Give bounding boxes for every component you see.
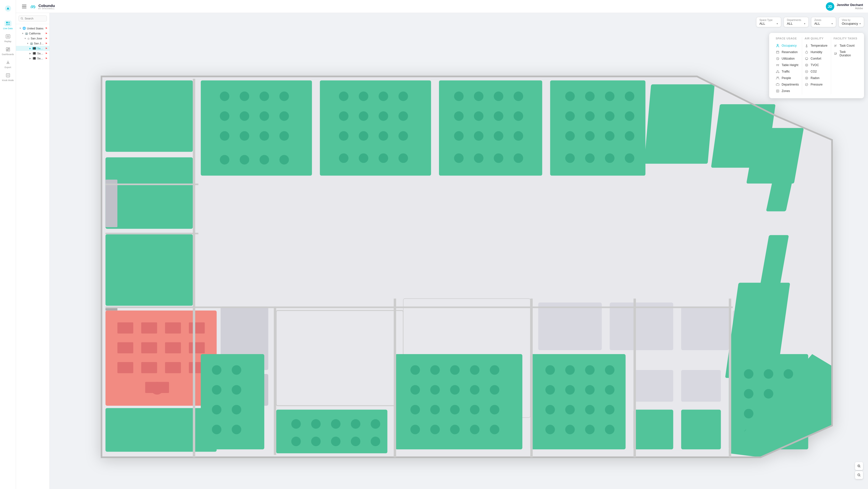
traffic-label: Traffic bbox=[782, 70, 790, 73]
search-input[interactable] bbox=[25, 17, 45, 20]
svg-point-20 bbox=[776, 72, 777, 73]
dropdown-utilization[interactable]: Utilization bbox=[776, 55, 799, 62]
dropdown-reservation[interactable]: Reservation bbox=[776, 49, 799, 55]
tvoc-icon bbox=[805, 63, 809, 67]
sidebar-item-live-data[interactable]: Live Data bbox=[2, 19, 14, 31]
zones-filter[interactable]: Zones ALL ▾ bbox=[811, 17, 836, 27]
svg-point-60 bbox=[339, 111, 348, 121]
departments-filter[interactable]: Departments ALL ▾ bbox=[784, 17, 809, 27]
dropdown-occupancy[interactable]: Occupancy bbox=[776, 42, 799, 49]
dropdown-task-duration[interactable]: Task Duration bbox=[834, 49, 858, 58]
sidebar: Live Data Replay Dashboards bbox=[0, 0, 16, 489]
search-wrapper[interactable] bbox=[19, 15, 47, 22]
dropdown-departments[interactable]: Departments bbox=[776, 81, 799, 88]
svg-point-80 bbox=[514, 111, 523, 121]
svg-point-77 bbox=[454, 111, 463, 121]
tree-label-almaden: San Jose Almaden Tower bbox=[34, 42, 44, 45]
temperature-label: Temperature bbox=[811, 44, 827, 47]
dropdown-co2[interactable]: CO2 bbox=[805, 68, 828, 75]
svg-point-86 bbox=[474, 153, 484, 163]
space-type-filter[interactable]: Space Type ALL ▾ bbox=[756, 17, 781, 27]
svg-point-176 bbox=[490, 425, 499, 434]
svg-point-186 bbox=[545, 405, 555, 415]
svg-point-96 bbox=[605, 111, 614, 121]
dropdown-humidity[interactable]: Humidity bbox=[805, 49, 828, 55]
svg-point-166 bbox=[490, 385, 499, 394]
sidebar-item-dashboards[interactable]: Dashboards bbox=[2, 45, 14, 57]
tree-item-us[interactable]: ▼ 🌐 United States ⚑ bbox=[16, 26, 50, 31]
dropdown-people[interactable]: People bbox=[776, 75, 799, 81]
svg-point-95 bbox=[585, 111, 594, 121]
svg-point-42 bbox=[279, 92, 289, 101]
topbar: Cobundu by SPACEWELL JD Jennifer Dechant… bbox=[16, 0, 868, 13]
reservation-label: Reservation bbox=[782, 51, 798, 54]
app-logo: Cobundu by SPACEWELL bbox=[30, 3, 55, 10]
svg-rect-196 bbox=[633, 410, 673, 449]
departments-value: ALL bbox=[787, 22, 793, 26]
svg-rect-9 bbox=[8, 47, 10, 48]
svg-rect-214 bbox=[274, 306, 276, 455]
zoom-out-button[interactable] bbox=[855, 471, 863, 479]
dropdown-radon[interactable]: Radon bbox=[805, 75, 828, 81]
dropdown-table-height[interactable]: Table Height bbox=[776, 62, 799, 68]
sidebar-item-kiosk-mode[interactable]: Kiosk Mode bbox=[2, 71, 14, 83]
svg-rect-13 bbox=[7, 74, 9, 76]
svg-point-104 bbox=[605, 153, 614, 163]
svg-rect-218 bbox=[729, 298, 731, 457]
svg-point-98 bbox=[565, 131, 575, 141]
dropdown-task-count[interactable]: Task Count bbox=[834, 42, 858, 49]
svg-point-87 bbox=[494, 153, 503, 163]
svg-point-201 bbox=[784, 369, 793, 379]
hamburger-button[interactable] bbox=[21, 4, 27, 9]
humidity-icon bbox=[805, 50, 809, 54]
svg-rect-145 bbox=[276, 410, 387, 453]
flag-icon: ⚑ bbox=[45, 42, 48, 45]
dropdown-zones[interactable]: Zones bbox=[776, 88, 799, 94]
svg-point-1 bbox=[7, 8, 8, 9]
tree-item-16f[interactable]: ▶ ⬛ San Jose HQ 16th Floor ⚑ bbox=[16, 51, 50, 56]
search-box bbox=[16, 13, 50, 24]
svg-rect-35 bbox=[105, 80, 193, 152]
svg-rect-221 bbox=[105, 233, 198, 234]
dropdown-pressure[interactable]: Pressure bbox=[805, 81, 828, 88]
sidebar-item-export[interactable]: Export bbox=[2, 58, 14, 70]
svg-point-81 bbox=[454, 131, 463, 141]
comfort-label: Comfort bbox=[811, 57, 821, 60]
svg-point-139 bbox=[212, 385, 221, 394]
floor-icon: ⬛ bbox=[32, 57, 36, 60]
dropdown-tvoc[interactable]: TVOC bbox=[805, 62, 828, 68]
svg-point-170 bbox=[470, 405, 479, 415]
tree-label-16f: San Jose HQ 16th Floor bbox=[37, 52, 44, 55]
sidebar-item-replay[interactable]: Replay bbox=[2, 32, 14, 44]
tree-item-17f[interactable]: ▶ ⬛ San Jose HQ 17th Floor ⚑ bbox=[16, 56, 50, 61]
svg-point-97 bbox=[625, 111, 634, 121]
tree-item-15f[interactable]: ▶ ⬛ San Jose HQ 15th Floor ⚑ bbox=[16, 46, 50, 51]
svg-point-184 bbox=[585, 385, 594, 394]
tree-item-sanjose[interactable]: ▼ ◎ San Jose ⚑ bbox=[16, 36, 50, 41]
tree-item-almaden[interactable]: ▼ 🏢 San Jose Almaden Tower ⚑ bbox=[16, 41, 50, 46]
svg-point-30 bbox=[806, 65, 807, 66]
flag-icon: ⚑ bbox=[45, 57, 48, 60]
svg-point-75 bbox=[494, 92, 503, 101]
svg-point-69 bbox=[359, 153, 368, 163]
svg-point-188 bbox=[585, 405, 594, 415]
svg-point-14 bbox=[21, 18, 23, 19]
chevron-icon: ▼ bbox=[27, 42, 29, 45]
svg-rect-36 bbox=[105, 157, 193, 229]
svg-rect-111 bbox=[117, 322, 133, 334]
user-info: Jennifer Dechant Adobe bbox=[837, 3, 863, 10]
svg-rect-128 bbox=[276, 311, 403, 406]
svg-point-180 bbox=[585, 365, 594, 375]
globe-icon: 🌐 bbox=[23, 27, 26, 30]
zoom-in-button[interactable] bbox=[855, 462, 863, 470]
svg-point-82 bbox=[474, 131, 484, 141]
view-by-filter[interactable]: View by Occupancy ▾ bbox=[839, 17, 864, 27]
tree-item-california[interactable]: ▼ 🏢 California ⚑ bbox=[16, 31, 50, 36]
dropdown-temperature[interactable]: Temperature bbox=[805, 42, 828, 49]
dropdown-traffic[interactable]: Traffic bbox=[776, 68, 799, 75]
svg-point-76 bbox=[514, 92, 523, 101]
dropdown-comfort[interactable]: Comfort bbox=[805, 55, 828, 62]
logo bbox=[0, 3, 16, 14]
svg-rect-197 bbox=[681, 410, 721, 449]
location-tree-panel: ▼ 🌐 United States ⚑ ▼ 🏢 California ⚑ ▼ ◎… bbox=[16, 13, 50, 489]
